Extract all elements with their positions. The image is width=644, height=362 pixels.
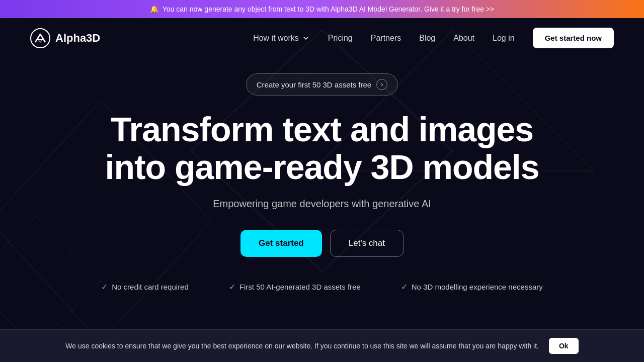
hero-subtext: Empowering game developers with generati… xyxy=(213,198,431,210)
hero-heading-line2: into game-ready 3D models xyxy=(105,148,539,186)
svg-point-6 xyxy=(31,29,50,48)
cta-buttons: Get started Let's chat xyxy=(240,230,404,257)
navbar: Alpha3D How it works Pricing Partners Bl… xyxy=(0,18,644,58)
announcement-banner[interactable]: 🔔 You can now generate any object from t… xyxy=(0,0,644,18)
hero-heading: Transform text and images into game-read… xyxy=(105,111,539,186)
check-icon-2: ✓ xyxy=(401,282,408,292)
get-started-button[interactable]: Get started xyxy=(240,230,322,257)
lets-chat-button[interactable]: Let's chat xyxy=(330,230,404,257)
nav-item-how-it-works[interactable]: How it works xyxy=(253,34,310,43)
nav-item-pricing[interactable]: Pricing xyxy=(328,34,353,43)
feature-label-0: No credit card required xyxy=(112,283,189,291)
feature-badges: ✓ No credit card required ✓ First 50 AI-… xyxy=(101,282,543,292)
logo-text: Alpha3D xyxy=(55,32,100,45)
logo[interactable]: Alpha3D xyxy=(30,28,100,48)
nav-links: How it works Pricing Partners Blog About… xyxy=(253,34,614,43)
feature-badge-2: ✓ No 3D modelling experience necessary xyxy=(401,282,543,292)
cookie-banner: We use cookies to ensure that we give yo… xyxy=(0,329,644,362)
promo-pill-text: Create your first 50 3D assets free xyxy=(257,80,371,89)
arrow-right-icon: › xyxy=(376,79,387,90)
nav-item-login[interactable]: Log in xyxy=(493,34,515,43)
nav-item-get-started[interactable]: Get started now xyxy=(533,34,614,43)
cookie-text: We use cookies to ensure that we give yo… xyxy=(65,342,539,350)
check-icon-1: ✓ xyxy=(229,282,235,292)
hero-section: Create your first 50 3D assets free › Tr… xyxy=(0,58,644,292)
check-icon-0: ✓ xyxy=(101,282,108,292)
alpha3d-logo-icon xyxy=(30,28,50,48)
chevron-down-icon xyxy=(302,34,310,42)
feature-badge-1: ✓ First 50 AI-generated 3D assets free xyxy=(229,282,361,292)
announcement-emoji: 🔔 xyxy=(150,5,158,13)
announcement-text: You can now generate any object from tex… xyxy=(163,5,494,13)
nav-item-blog[interactable]: Blog xyxy=(419,34,435,43)
nav-item-about[interactable]: About xyxy=(453,34,474,43)
hero-heading-line1: Transform text and images xyxy=(111,110,533,148)
feature-label-1: First 50 AI-generated 3D assets free xyxy=(239,283,361,291)
feature-badge-0: ✓ No credit card required xyxy=(101,282,189,292)
promo-pill[interactable]: Create your first 50 3D assets free › xyxy=(246,73,398,96)
nav-item-partners[interactable]: Partners xyxy=(371,34,401,43)
feature-label-2: No 3D modelling experience necessary xyxy=(412,283,543,291)
cookie-ok-button[interactable]: Ok xyxy=(549,338,579,354)
